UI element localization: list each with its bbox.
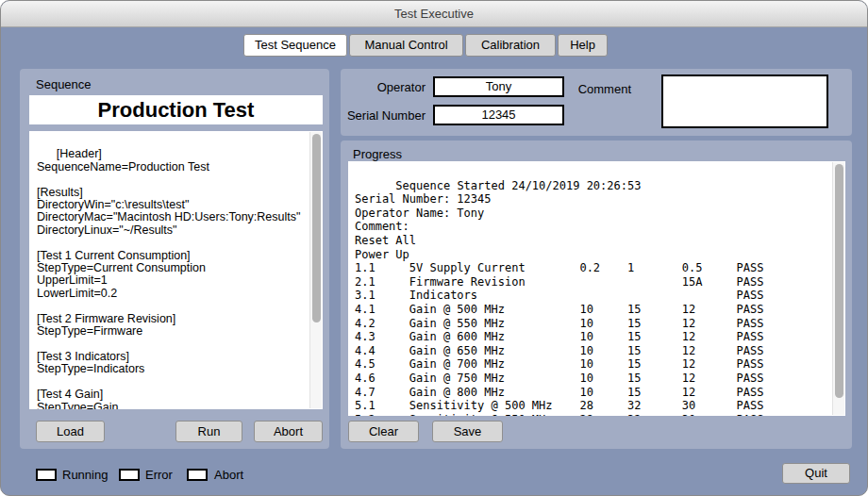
serial-number-input[interactable]: 12345: [433, 105, 564, 125]
abort-indicator-label: Abort: [214, 468, 243, 482]
load-button[interactable]: Load: [36, 421, 105, 442]
title-bar[interactable]: Test Executive: [1, 1, 867, 27]
comment-label: Comment: [553, 82, 631, 96]
progress-panel-label: Progress: [353, 147, 402, 161]
progress-log[interactable]: Sequence Started 24/10/2019 20:26:53 Ser…: [348, 161, 845, 416]
progress-log-text: Sequence Started 24/10/2019 20:26:53 Ser…: [355, 179, 763, 416]
sequence-scrollbar[interactable]: [309, 132, 322, 408]
progress-scrollbar-thumb[interactable]: [835, 164, 843, 398]
progress-scrollbar[interactable]: [832, 162, 844, 415]
sequence-title: Production Test: [29, 95, 323, 124]
operator-input[interactable]: Tony: [433, 76, 564, 97]
progress-panel: Progress Sequence Started 24/10/2019 20:…: [341, 141, 852, 449]
serial-number-label: Serial Number: [341, 108, 426, 123]
operator-label: Operator: [341, 80, 426, 94]
abort-indicator: [187, 469, 208, 481]
sequence-scrollbar-thumb[interactable]: [312, 134, 321, 322]
sequence-file-textarea[interactable]: [Header] SequenceName=Production Test [R…: [29, 131, 323, 409]
window-title: Test Executive: [394, 7, 474, 21]
tab-test-sequence[interactable]: Test Sequence: [243, 34, 347, 57]
running-indicator-label: Running: [62, 468, 108, 482]
error-indicator-label: Error: [145, 468, 173, 482]
app-window: Test Executive Test Sequence Manual Cont…: [0, 0, 868, 496]
operator-panel: Operator Tony Serial Number 12345 Commen…: [341, 69, 852, 136]
sequence-file-text: [Header] SequenceName=Production Test [R…: [37, 147, 300, 409]
error-indicator: [119, 469, 140, 481]
tab-manual-control[interactable]: Manual Control: [349, 34, 463, 57]
save-button[interactable]: Save: [432, 421, 503, 442]
quit-button[interactable]: Quit: [782, 463, 850, 484]
comment-input[interactable]: [661, 74, 828, 128]
abort-button[interactable]: Abort: [254, 421, 323, 442]
sequence-panel: Sequence Production Test [Header] Sequen…: [20, 69, 329, 449]
running-indicator: [36, 469, 57, 481]
clear-button[interactable]: Clear: [348, 421, 419, 442]
run-button[interactable]: Run: [175, 421, 242, 442]
tab-calibration[interactable]: Calibration: [465, 34, 556, 57]
tab-help[interactable]: Help: [558, 34, 608, 57]
sequence-panel-label: Sequence: [36, 77, 92, 91]
